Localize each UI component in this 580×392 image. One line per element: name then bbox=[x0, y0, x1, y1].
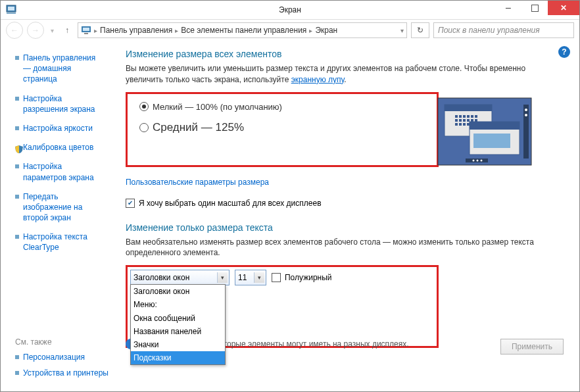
svg-rect-16 bbox=[459, 119, 462, 122]
see-also: См. также Персонализация Устройства и пр… bbox=[15, 337, 109, 383]
sidebar-link: Передать изображение на второй экран bbox=[23, 191, 99, 224]
sidebar-link: Настройка разрешения экрана bbox=[23, 93, 99, 114]
sidebar-link: Устройства и принтеры bbox=[23, 368, 109, 378]
svg-rect-2 bbox=[7, 12, 16, 14]
shield-icon bbox=[15, 145, 19, 149]
svg-rect-4 bbox=[83, 28, 89, 31]
sidebar-link: Калибровка цветов bbox=[23, 142, 93, 153]
svg-rect-1 bbox=[8, 7, 14, 11]
element-dropdown: Заголовки окон Меню: Окна сообщений Назв… bbox=[130, 284, 226, 365]
radio-label: Средний — 125% bbox=[153, 121, 244, 134]
checkbox-bold[interactable]: Полужирный bbox=[272, 273, 332, 282]
chevron-down-icon: ▾ bbox=[217, 272, 228, 283]
svg-rect-28 bbox=[470, 122, 520, 130]
svg-rect-17 bbox=[463, 119, 466, 122]
sidebar-item-brightness[interactable]: Настройка яркости bbox=[15, 123, 99, 134]
size-select[interactable]: 11 ▾ bbox=[235, 270, 266, 285]
sidebar-item-display[interactable]: Настройка параметров экрана bbox=[15, 161, 99, 182]
chevron-down-icon: ▾ bbox=[254, 272, 264, 283]
checkbox-icon bbox=[272, 273, 281, 282]
custom-size-link[interactable]: Пользовательские параметры размера bbox=[126, 178, 269, 187]
svg-rect-5 bbox=[84, 33, 88, 34]
history-dropdown[interactable]: ▾ bbox=[48, 27, 57, 34]
checkbox-label: Полужирный bbox=[285, 273, 332, 282]
sidebar-link: Настройка текста ClearType bbox=[23, 232, 99, 253]
svg-rect-12 bbox=[467, 115, 470, 118]
dropdown-item[interactable]: Подсказки bbox=[131, 351, 225, 364]
breadcrumb-seg[interactable]: Экран bbox=[315, 26, 337, 35]
highlight-box-text: Заголовки окон ▾ Заголовки окон Меню: Ок… bbox=[126, 265, 439, 348]
svg-rect-29 bbox=[473, 134, 510, 148]
svg-rect-18 bbox=[467, 119, 470, 122]
see-also-devices[interactable]: Устройства и принтеры bbox=[15, 368, 109, 378]
svg-rect-30 bbox=[523, 105, 529, 159]
svg-rect-24 bbox=[467, 123, 470, 126]
sidebar-item-project[interactable]: Передать изображение на второй экран bbox=[15, 191, 99, 224]
select-value: 11 bbox=[238, 273, 247, 282]
sidebar: Панель управления — домашняя страница На… bbox=[1, 41, 106, 391]
search-input[interactable]: Поиск в панели управления bbox=[433, 22, 574, 38]
sidebar-item-resolution[interactable]: Настройка разрешения экрана bbox=[15, 93, 99, 114]
svg-point-35 bbox=[476, 159, 478, 161]
checkbox-one-scale[interactable]: Я хочу выбрать один масштаб для всех дис… bbox=[126, 199, 564, 208]
radio-small[interactable]: Мелкий — 100% (по умолчанию) bbox=[139, 102, 282, 112]
svg-rect-14 bbox=[475, 115, 477, 118]
window-title: Экран bbox=[279, 5, 301, 14]
svg-point-31 bbox=[525, 109, 527, 111]
see-also-heading: См. также bbox=[15, 337, 109, 347]
radio-icon bbox=[139, 102, 149, 111]
breadcrumb-seg[interactable]: Панель управления bbox=[100, 26, 172, 35]
heading-resize-all: Изменение размера всех элементов bbox=[126, 49, 564, 59]
checkbox-label: Я хочу выбрать один масштаб для всех дис… bbox=[139, 199, 322, 208]
radio-icon bbox=[139, 123, 149, 132]
minimize-button[interactable] bbox=[495, 1, 521, 15]
up-button[interactable]: ↑ bbox=[60, 26, 74, 35]
svg-rect-21 bbox=[455, 123, 458, 126]
monitor-icon bbox=[81, 26, 91, 35]
sidebar-item-cleartype[interactable]: Настройка текста ClearType bbox=[15, 232, 99, 253]
svg-rect-8 bbox=[445, 105, 492, 111]
maximize-button[interactable] bbox=[521, 1, 548, 15]
dropdown-item[interactable]: Названия панелей bbox=[131, 325, 225, 338]
select-value: Заголовки окон bbox=[133, 273, 189, 282]
svg-rect-23 bbox=[463, 123, 466, 126]
svg-rect-11 bbox=[463, 115, 466, 118]
titlebar: Экран bbox=[1, 1, 579, 20]
sidebar-item-home[interactable]: Панель управления — домашняя страница bbox=[15, 53, 99, 85]
sidebar-item-calibrate[interactable]: Калибровка цветов bbox=[15, 142, 99, 153]
help-icon[interactable]: ? bbox=[558, 46, 570, 58]
radio-label: Мелкий — 100% (по умолчанию) bbox=[153, 102, 282, 112]
sidebar-link: Панель управления — домашняя страница bbox=[23, 53, 99, 85]
window-icon bbox=[6, 5, 16, 15]
breadcrumb[interactable]: ▸ Панель управления▸ Все элементы панели… bbox=[78, 22, 407, 38]
navbar: ← → ▾ ↑ ▸ Панель управления▸ Все элемент… bbox=[1, 20, 579, 41]
heading-text-only: Изменение только размера текста bbox=[126, 222, 564, 233]
dropdown-item[interactable]: Заголовки окон bbox=[131, 285, 225, 298]
sidebar-link: Настройка яркости bbox=[23, 123, 93, 134]
dropdown-item[interactable]: Меню: bbox=[131, 298, 225, 311]
highlight-box-scale: Мелкий — 100% (по умолчанию) Средний — 1… bbox=[126, 92, 439, 167]
dropdown-item[interactable]: Окна сообщений bbox=[131, 312, 225, 325]
apply-button[interactable]: Применить bbox=[500, 339, 564, 355]
magnifier-link[interactable]: экранную лупу bbox=[291, 75, 345, 84]
close-button[interactable] bbox=[548, 1, 579, 15]
dropdown-item[interactable]: Значки bbox=[131, 338, 225, 351]
preview-image bbox=[435, 95, 534, 168]
radio-medium[interactable]: Средний — 125% bbox=[139, 121, 282, 134]
para-text-only: Вам необязательно изменять размер всех э… bbox=[126, 237, 564, 259]
back-button[interactable]: ← bbox=[6, 22, 23, 39]
forward-button[interactable]: → bbox=[27, 22, 44, 39]
svg-rect-22 bbox=[459, 123, 462, 126]
svg-rect-19 bbox=[471, 119, 473, 122]
main-content: ? Изменение размера всех элементов Вы мо… bbox=[106, 41, 579, 391]
sidebar-link: Персонализация bbox=[23, 352, 85, 362]
sidebar-link: Настройка параметров экрана bbox=[23, 161, 99, 182]
element-select[interactable]: Заголовки окон ▾ bbox=[130, 270, 230, 285]
svg-point-36 bbox=[480, 159, 482, 161]
breadcrumb-seg[interactable]: Все элементы панели управления bbox=[181, 26, 306, 35]
refresh-button[interactable]: ↻ bbox=[411, 22, 429, 38]
para-resize-all: Вы можете увеличить или уменьшить размер… bbox=[126, 63, 564, 86]
svg-rect-10 bbox=[459, 115, 462, 118]
svg-point-34 bbox=[472, 159, 474, 161]
see-also-personalization[interactable]: Персонализация bbox=[15, 352, 109, 362]
